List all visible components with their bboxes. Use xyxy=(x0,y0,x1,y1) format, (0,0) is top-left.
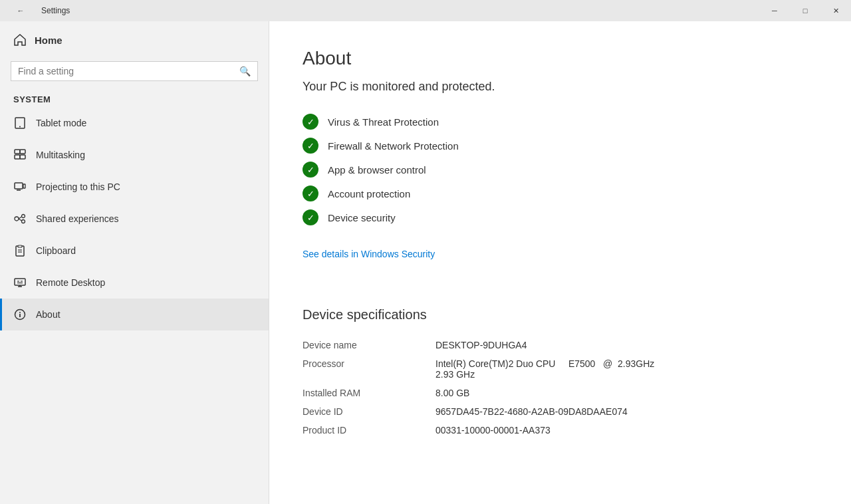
svg-rect-15 xyxy=(18,245,22,247)
project-icon xyxy=(13,180,27,193)
protection-subtitle: Your PC is monitored and protected. xyxy=(303,80,818,94)
svg-rect-2 xyxy=(15,150,20,154)
maximize-button[interactable]: □ xyxy=(790,0,820,21)
sidebar-item-label: Remote Desktop xyxy=(36,277,105,288)
search-box[interactable]: 🔍 xyxy=(11,61,258,81)
svg-point-9 xyxy=(15,217,19,221)
check-icon: ✓ xyxy=(303,138,318,154)
protection-item-firewall: ✓ Firewall & Network Protection xyxy=(303,134,818,158)
specs-table: Device name DESKTOP-9DUHGA4 Processor In… xyxy=(303,336,818,440)
clipboard-icon xyxy=(13,244,27,257)
spec-value: DESKTOP-9DUHGA4 xyxy=(435,336,818,354)
protection-item-label: Firewall & Network Protection xyxy=(328,140,459,152)
spec-row: Installed RAM 8.00 GB xyxy=(303,384,818,402)
titlebar-left: ← Settings xyxy=(5,0,70,21)
sidebar-item-tablet-mode[interactable]: Tablet mode xyxy=(0,107,269,139)
spec-label: Installed RAM xyxy=(303,384,435,402)
back-button[interactable]: ← xyxy=(5,0,36,21)
sidebar-item-label: Shared experiences xyxy=(36,213,119,224)
home-icon xyxy=(13,33,27,47)
protection-item-label: Account protection xyxy=(328,188,410,199)
sidebar-item-label: About xyxy=(36,309,61,320)
sidebar-item-label: Projecting to this PC xyxy=(36,182,120,192)
check-icon: ✓ xyxy=(303,186,318,201)
close-button[interactable]: ✕ xyxy=(820,0,851,21)
sidebar-item-clipboard[interactable]: Clipboard xyxy=(0,235,269,267)
svg-rect-5 xyxy=(20,155,25,159)
spec-label: Processor xyxy=(303,354,435,384)
spec-value: 9657DA45-7B22-4680-A2AB-09DA8DAAE074 xyxy=(435,402,818,421)
svg-point-26 xyxy=(19,312,21,313)
svg-point-1 xyxy=(19,126,21,128)
spec-row: Product ID 00331-10000-00001-AA373 xyxy=(303,421,818,440)
sidebar-item-label: Clipboard xyxy=(36,245,76,256)
sidebar-item-about[interactable]: About xyxy=(0,299,269,330)
multitask-icon xyxy=(13,148,27,162)
spec-row: Device name DESKTOP-9DUHGA4 xyxy=(303,336,818,354)
protection-item-label: App & browser control xyxy=(328,164,426,176)
svg-line-12 xyxy=(19,217,22,219)
sidebar-item-remote-desktop[interactable]: Remote Desktop xyxy=(0,267,269,299)
search-input[interactable] xyxy=(18,66,239,76)
protection-list: ✓ Virus & Threat Protection ✓ Firewall &… xyxy=(303,110,818,229)
device-specs-title: Device specifications xyxy=(303,307,818,322)
svg-point-10 xyxy=(22,215,25,218)
sidebar-item-projecting[interactable]: Projecting to this PC xyxy=(0,171,269,203)
page-title: About xyxy=(303,48,818,69)
spec-row: Device ID 9657DA45-7B22-4680-A2AB-09DA8D… xyxy=(303,402,818,421)
svg-rect-4 xyxy=(15,155,20,159)
about-icon xyxy=(13,308,27,321)
spec-label: Product ID xyxy=(303,421,435,440)
spec-value: 00331-10000-00001-AA373 xyxy=(435,421,818,440)
protection-item-virus: ✓ Virus & Threat Protection xyxy=(303,110,818,134)
sidebar: Home 🔍 System Tablet mode Multitasking P… xyxy=(0,21,269,504)
windows-security-link[interactable]: See details in Windows Security xyxy=(303,249,435,259)
spec-label: Device name xyxy=(303,336,435,354)
protection-item-label: Virus & Threat Protection xyxy=(328,116,439,128)
svg-rect-6 xyxy=(15,183,23,189)
protection-item-label: Device security xyxy=(328,212,396,223)
sidebar-item-label: Multitasking xyxy=(36,150,85,160)
svg-rect-18 xyxy=(15,279,25,285)
spec-value: 8.00 GB xyxy=(435,384,818,402)
sidebar-item-multitasking[interactable]: Multitasking xyxy=(0,139,269,171)
app-body: Home 🔍 System Tablet mode Multitasking P… xyxy=(0,21,851,504)
window-controls: ─ □ ✕ xyxy=(759,0,851,21)
app-title: Settings xyxy=(41,6,70,15)
check-icon: ✓ xyxy=(303,162,318,178)
svg-point-11 xyxy=(22,220,25,223)
main-content: About Your PC is monitored and protected… xyxy=(269,21,851,504)
home-label: Home xyxy=(35,35,62,46)
sidebar-home-item[interactable]: Home xyxy=(0,21,269,59)
svg-line-13 xyxy=(19,219,22,221)
spec-value: Intel(R) Core(TM)2 Duo CPU E7500 @ 2.93G… xyxy=(435,354,818,384)
titlebar: ← Settings ─ □ ✕ xyxy=(0,0,851,21)
svg-rect-3 xyxy=(20,150,25,154)
tablet-icon xyxy=(13,116,27,130)
protection-item-device-security: ✓ Device security xyxy=(303,205,818,229)
svg-rect-7 xyxy=(23,184,25,188)
protection-item-account: ✓ Account protection xyxy=(303,182,818,205)
sidebar-section-label: System xyxy=(0,89,269,107)
remote-icon xyxy=(13,276,27,289)
search-icon[interactable]: 🔍 xyxy=(239,66,251,76)
sidebar-item-shared-experiences[interactable]: Shared experiences xyxy=(0,203,269,235)
sidebar-item-label: Tablet mode xyxy=(36,118,86,128)
sidebar-items-container: Tablet mode Multitasking Projecting to t… xyxy=(0,107,269,330)
protection-item-app-browser: ✓ App & browser control xyxy=(303,158,818,182)
shared-icon xyxy=(13,212,27,225)
minimize-button[interactable]: ─ xyxy=(759,0,790,21)
check-icon: ✓ xyxy=(303,209,318,225)
spec-label: Device ID xyxy=(303,402,435,421)
check-icon: ✓ xyxy=(303,114,318,130)
spec-row: Processor Intel(R) Core(TM)2 Duo CPU E75… xyxy=(303,354,818,384)
